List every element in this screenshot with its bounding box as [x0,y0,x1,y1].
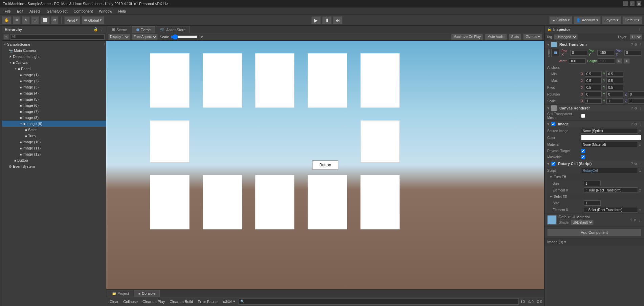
tab-scene[interactable]: ⊞ Scene [108,26,131,33]
hierarchy-lock-icon[interactable]: 🔒 [93,27,98,32]
scale-x-input[interactable] [585,98,602,104]
turn-eff-element-pick-icon[interactable]: ⊙ [639,188,641,192]
tool-rotate-button[interactable]: ↻ [22,16,30,24]
layout-button[interactable]: Default ▾ [622,16,642,24]
layers-button[interactable]: Layers ▾ [602,16,621,24]
script-pick-icon[interactable]: ⊙ [639,169,641,172]
rotary-cell-enabled-checkbox[interactable] [551,162,555,166]
hierarchy-more-icon[interactable]: ⋮ [99,27,103,32]
tree-item-image-5[interactable]: ■ Image (5) [2,96,106,102]
tool-move-button[interactable]: ✥ [13,16,21,24]
cull-checkbox[interactable] [581,114,585,118]
scale-z-input[interactable] [628,98,644,104]
game-button[interactable]: Button [312,160,338,170]
tool-hand-button[interactable]: ✋ [2,16,12,24]
selet-eff-element-field[interactable]: :: Selet (Rect Transform) [584,207,638,212]
anchor-max-y-input[interactable] [606,78,623,83]
tree-item-main-camera[interactable]: 📷 Main Camera [2,47,106,54]
scale-y-input[interactable] [606,98,623,104]
clear-on-play-button[interactable]: Clear on Play [141,299,166,304]
anchor-min-x-input[interactable] [585,71,602,77]
script-ref-field[interactable]: RotaryCell [581,168,638,173]
minimize-button[interactable]: ─ [623,1,628,6]
pos-x-input[interactable] [570,50,587,56]
rect-transform-header[interactable]: ▼ Rect Transform ? ⚙ ⋮ [545,41,644,48]
stats-button[interactable]: Stats [509,34,521,40]
menu-component[interactable]: Component [71,8,95,14]
tag-select[interactable]: Untagged [554,34,578,40]
aspect-select[interactable]: Free Aspect [132,34,158,40]
pivot-button[interactable]: Pivot ▾ [64,16,80,24]
inspector-lock-icon[interactable]: 🔒 [547,27,551,31]
maximize-on-play-button[interactable]: Maximize On Play [451,34,483,40]
menu-edit[interactable]: Edit [14,8,26,14]
rect-help-icon[interactable]: ? [631,43,633,46]
tree-item-event-system[interactable]: ⚙ EventSystem [2,163,106,169]
material-more-icon[interactable]: ⋮ [638,218,641,222]
constraint-y-button[interactable]: ⇕ [624,58,630,64]
shader-select[interactable]: UI/Default [571,220,594,225]
image-settings-icon[interactable]: ⚙ [634,122,637,126]
step-button[interactable]: ⏭ [333,16,342,24]
anchor-max-x-input[interactable] [585,78,602,83]
maximize-button[interactable]: □ [630,1,635,6]
tree-item-image-3[interactable]: ■ Image (3) [2,84,106,90]
tree-item-image-9[interactable]: ▼ ■ Image (9) [2,121,106,127]
tab-console[interactable]: ≡ Console [134,290,160,297]
turn-eff-header[interactable]: ▼ Turn Eff [547,174,644,180]
error-pause-button[interactable]: Error Pause [196,299,219,304]
tree-item-image-6[interactable]: ■ Image (6) [2,102,106,108]
selet-eff-header[interactable]: ▼ Selet Eff [547,193,644,200]
raycast-checkbox[interactable] [581,149,585,153]
source-image-pick-icon[interactable]: ⊙ [639,129,641,133]
pos-y-input[interactable] [597,50,614,56]
footer-label[interactable]: Image (9) ▾ [547,240,566,244]
scene-options-icon[interactable]: ⋮ [103,43,106,46]
tree-item-turn[interactable]: ■ Turn [2,133,106,139]
rot-x-input[interactable] [585,91,602,97]
image-section-header[interactable]: ▼ Image ? ⚙ ⋮ [545,121,644,127]
add-component-button[interactable]: Add Component [547,229,641,236]
rc-help-icon[interactable]: ? [631,162,633,166]
play-button[interactable]: ▶ [311,16,321,24]
tool-scale-button[interactable]: ⊞ [31,16,39,24]
rc-settings-icon[interactable]: ⚙ [634,162,637,166]
constraint-x-button[interactable]: ⇔ [616,58,622,64]
tree-item-image-10[interactable]: ■ Image (10) [2,139,106,145]
height-input[interactable] [598,58,615,64]
pivot-x-input[interactable] [585,85,602,90]
canvas-renderer-header[interactable]: ▼ Canvas Renderer ? ⚙ ⋮ [545,105,644,111]
image-more-icon[interactable]: ⋮ [639,122,642,126]
image-enabled-checkbox[interactable] [551,122,555,126]
editor-button[interactable]: Editor ▾ [221,299,237,304]
selet-eff-element-pick-icon[interactable]: ⊙ [639,208,641,212]
menu-help[interactable]: Help [115,8,129,14]
tab-project[interactable]: 📁 Project [108,290,133,297]
collapse-button[interactable]: Collapse [122,299,139,304]
width-input[interactable] [569,58,586,64]
image-help-icon[interactable]: ? [631,122,633,126]
cr-help-icon[interactable]: ? [631,106,633,110]
global-button[interactable]: ⊕ Global ▾ [82,16,104,24]
gizmos-button[interactable]: Gizmos ▾ [523,34,542,40]
hierarchy-search[interactable] [10,34,105,40]
rc-more-icon[interactable]: ⋮ [639,162,642,166]
tree-item-panel[interactable]: ▼ ■ Panel [2,66,106,72]
tool-rect-button[interactable]: ⬜ [40,16,50,24]
scale-slider[interactable] [171,35,198,39]
close-button[interactable]: ✕ [637,1,641,6]
cr-settings-icon[interactable]: ⚙ [634,106,637,110]
tool-transform-button[interactable]: ⧉ [51,16,59,24]
console-search-input[interactable] [239,299,519,305]
selet-eff-size-input[interactable] [584,200,601,206]
tree-item-selet[interactable]: ■ Selet [2,127,106,133]
material-help-icon[interactable]: ? [630,218,632,222]
tree-item-directional-light[interactable]: ☀ Directional Light [2,54,106,60]
hierarchy-add-button[interactable]: + [3,34,9,40]
tree-item-image-12[interactable]: ■ Image (12) [2,151,106,157]
tree-item-image-7[interactable]: ■ Image (7) [2,108,106,115]
layer-select[interactable]: UI [630,34,642,40]
color-swatch[interactable] [581,135,641,140]
menu-window[interactable]: Window [96,8,115,14]
tree-item-image-8[interactable]: ■ Image (8) [2,115,106,121]
